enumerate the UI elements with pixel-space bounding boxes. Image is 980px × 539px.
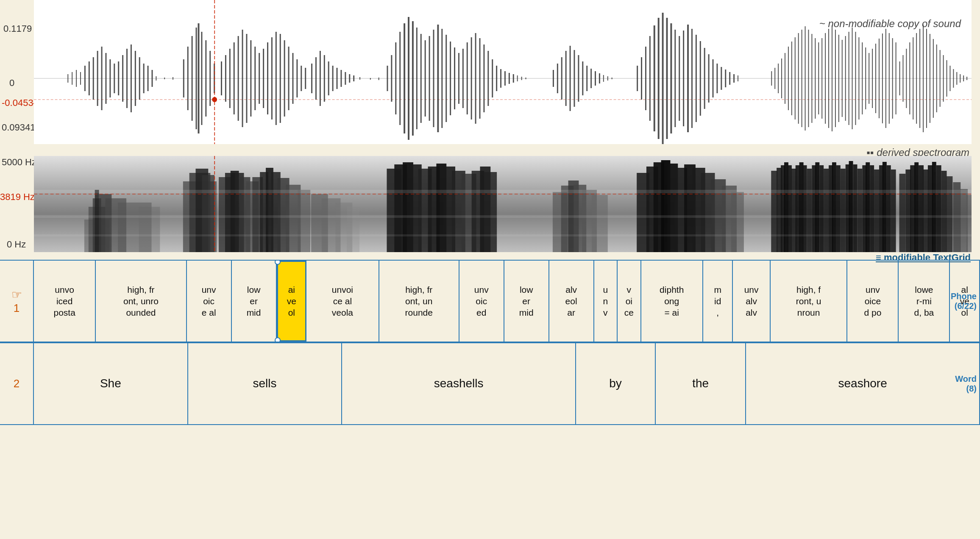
svg-rect-153 [802,30,802,127]
svg-rect-311 [34,215,972,218]
word-cell-3[interactable]: by [576,343,656,424]
svg-rect-45 [263,49,264,108]
svg-point-204 [212,97,217,102]
svg-rect-66 [353,75,354,81]
spectrogram-canvas[interactable] [34,156,972,252]
svg-rect-196 [947,60,947,97]
svg-rect-39 [238,36,239,121]
svg-rect-93 [483,44,484,112]
svg-rect-142 [733,74,735,83]
word-tier-content[interactable]: Shesellsseashellsbytheseashore [33,343,980,424]
svg-rect-14 [118,61,119,95]
svg-rect-197 [949,66,950,91]
phone-cell-12[interactable]: diphthong= ai [641,261,703,342]
svg-rect-145 [774,68,775,89]
phone-cell-17[interactable]: lower-mid, ba [899,261,950,342]
cursor-dot-bottom [275,337,281,342]
svg-rect-123 [654,25,655,131]
svg-rect-5 [80,72,81,85]
hz-top-label: 5000 Hz [2,157,36,168]
word-cell-5[interactable]: seashore [746,343,980,424]
svg-rect-141 [729,72,730,85]
svg-rect-15 [122,55,123,102]
svg-rect-47 [271,37,273,119]
svg-rect-272 [796,165,800,252]
svg-rect-100 [513,74,514,83]
svg-rect-167 [849,32,849,125]
tier1-label: ☞ 1 [0,261,33,342]
svg-rect-32 [205,40,206,117]
svg-rect-94 [487,51,489,106]
svg-rect-8 [93,57,94,100]
phone-tier-content[interactable]: unvoicedpostahigh, front, unrooundedunvo… [33,261,980,342]
phone-cell-0[interactable]: unvoicedposta [34,261,96,342]
svg-rect-136 [708,54,710,103]
svg-rect-194 [940,50,941,107]
tier2-number: 2 [14,377,19,390]
word-cell-0[interactable]: She [34,343,188,424]
svg-rect-25 [173,77,173,80]
svg-rect-275 [807,169,812,252]
phone-cell-9[interactable]: alveolar [549,261,594,342]
svg-rect-72 [395,42,396,114]
phone-cell-11[interactable]: voice [618,261,641,342]
svg-rect-179 [889,33,890,124]
phone-cell-3[interactable]: lowermid [232,261,277,342]
phone-cell-10[interactable]: unv [594,261,618,342]
word-cell-1[interactable]: sells [188,343,342,424]
svg-rect-46 [267,42,268,114]
phone-cell-16[interactable]: unvoiced po [847,261,899,342]
svg-rect-78 [420,34,422,123]
svg-rect-101 [517,75,518,81]
svg-rect-119 [637,66,638,91]
svg-rect-190 [926,29,927,128]
phone-cell-6[interactable]: high, front, unrounde [379,261,459,342]
svg-rect-188 [919,29,920,128]
svg-rect-185 [909,42,910,114]
svg-rect-134 [700,41,701,116]
phone-cell-7[interactable]: unvoiced [459,261,504,342]
svg-rect-77 [416,28,418,129]
phone-cell-15[interactable]: high, front, unroun [771,261,848,342]
phone-cell-5[interactable]: unvoice alveola [306,261,379,342]
svg-rect-97 [500,69,501,88]
svg-rect-139 [721,67,722,90]
spectrogram-svg [34,156,972,252]
svg-rect-35 [221,61,222,95]
svg-rect-17 [131,44,132,112]
svg-rect-199 [956,72,957,85]
svg-rect-37 [229,49,231,108]
phone-cell-1[interactable]: high, front, unroounded [96,261,187,342]
svg-rect-299 [914,162,919,252]
waveform-canvas[interactable]: ~ non-modifiable copy of sound [34,0,972,144]
svg-rect-277 [815,162,819,252]
phone-cell-8[interactable]: lowermid [504,261,549,342]
word-cell-4[interactable]: the [656,343,746,424]
svg-rect-40 [242,30,243,127]
svg-rect-182 [899,61,900,95]
svg-rect-57 [315,57,317,100]
phone-cell-2[interactable]: unvoice al [187,261,232,342]
svg-rect-169 [855,32,856,125]
svg-rect-282 [836,165,841,252]
phone-cell-14[interactable]: unvalvalv [733,261,770,342]
svg-rect-52 [292,53,293,104]
svg-rect-133 [696,35,697,122]
svg-rect-111 [582,61,583,95]
word-cell-2[interactable]: seashells [342,343,576,424]
tier2-right-label: Word(8) [955,374,977,394]
hz-bottom-label: 0 Hz [7,239,26,250]
svg-rect-75 [408,17,409,140]
svg-rect-50 [284,40,285,117]
svg-rect-265 [731,192,744,252]
svg-rect-85 [450,42,451,115]
svg-rect-289 [866,162,870,252]
svg-rect-163 [835,30,836,127]
phone-cell-4[interactable]: aiveol [277,261,307,342]
hz-3819-label: 3819 Hz [0,192,35,203]
textgrid-section: ≡ modifiable TextGrid ☞ 1 unvoicedpostah… [0,252,980,539]
svg-rect-27 [187,47,189,110]
phone-cell-13[interactable]: mid, [703,261,733,342]
svg-rect-13 [114,64,115,93]
svg-rect-156 [811,34,812,123]
